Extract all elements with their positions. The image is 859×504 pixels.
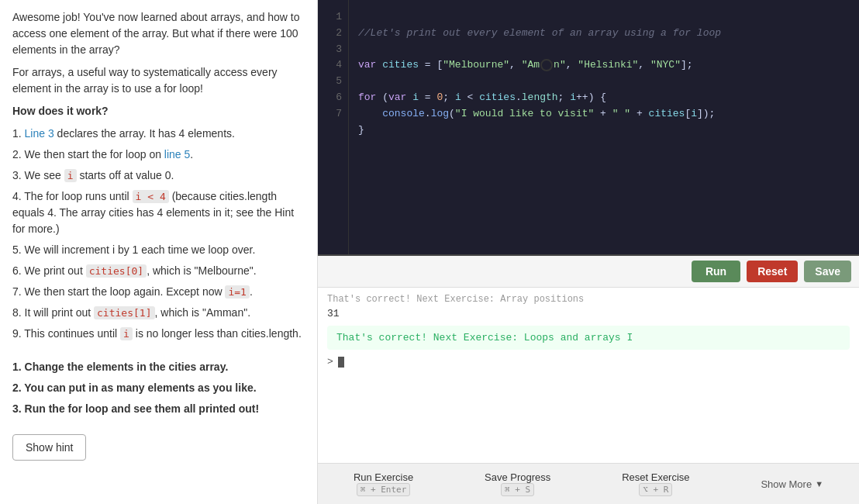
console-area: That's correct! Next Exercise: Array pos…	[318, 287, 859, 463]
code-i-final: i	[120, 327, 133, 340]
bottom-section: That's correct! Next Exercise: Array pos…	[318, 287, 859, 504]
step-num: 1.	[12, 127, 25, 140]
show-more-button[interactable]: Show More ▼	[751, 475, 833, 493]
save-progress-shortcut: ⌘ + S	[501, 483, 534, 496]
save-progress-label: Save Progress	[485, 471, 550, 483]
list-item: 3. We see i starts off at value 0.	[12, 167, 305, 184]
bold-step2: 2. You can put in as many elements as yo…	[12, 381, 257, 394]
run-exercise-item[interactable]: Run Exercise ⌘ + Enter	[344, 468, 423, 499]
action-bar-left: Run Exercise ⌘ + Enter Save Progress ⌘ +…	[318, 468, 859, 499]
bold-steps-list: 1. Change the elements in the cities arr…	[12, 359, 305, 417]
step-after: .	[250, 285, 253, 298]
run-button[interactable]: Run	[692, 261, 740, 282]
step-num: 6. We print out	[12, 264, 86, 277]
cursor-indicator	[540, 59, 553, 71]
code-cities0: cities[0]	[86, 264, 147, 278]
show-hint-button[interactable]: Show hint	[12, 434, 86, 461]
step-num: 4. The for loop runs until	[12, 190, 133, 202]
list-item: 4. The for loop runs until i < 4 (becaus…	[12, 188, 305, 237]
step-after: is no longer less than cities.length.	[133, 327, 302, 340]
reset-exercise-item[interactable]: Reset Exercise ⌥ + R	[612, 468, 699, 499]
code-editor[interactable]: 1 2 3 4 5 6 7 //Let's print out every el…	[318, 0, 859, 256]
left-panel: Awesome job! You've now learned about ar…	[0, 0, 318, 504]
step-num: 9. This continues until	[12, 327, 120, 340]
list-item: 9. This continues until i is no longer l…	[12, 326, 305, 342]
bold-item: 1. Change the elements in the cities arr…	[12, 359, 305, 375]
code-i1: i=1	[225, 285, 249, 299]
right-panel: 1 2 3 4 5 6 7 //Let's print out every el…	[318, 0, 859, 504]
reset-exercise-label: Reset Exercise	[622, 471, 689, 483]
list-item: 2. We then start the for loop on line 5.	[12, 147, 305, 163]
bold-item: 3. Run the for loop and see them all pri…	[12, 401, 305, 417]
list-item: 8. It will print out cities[1], which is…	[12, 305, 305, 321]
step-num: 7. We then start the loop again. Except …	[12, 285, 225, 298]
run-exercise-label: Run Exercise	[354, 471, 413, 483]
line3-link[interactable]: Line 3	[25, 127, 54, 140]
save-progress-item[interactable]: Save Progress ⌘ + S	[475, 468, 560, 499]
console-prev-message: That's correct! Next Exercise: Array pos…	[327, 294, 850, 305]
list-item: 5. We will increment i by 1 each time we…	[12, 242, 305, 258]
code-content[interactable]: //Let's print out every element of an ar…	[349, 0, 859, 254]
console-success-message: That's correct! Next Exercise: Loops and…	[327, 326, 850, 350]
list-item: 1. Line 3 declares the array. It has 4 e…	[12, 126, 305, 142]
save-button[interactable]: Save	[804, 261, 851, 282]
line5-link[interactable]: line 5	[164, 148, 190, 161]
step-text: 5. We will increment i by 1 each time we…	[12, 243, 255, 256]
code-condition: i < 4	[133, 190, 169, 203]
step-num: 3. We see	[12, 169, 64, 181]
show-more-label: Show More	[761, 478, 812, 490]
run-exercise-shortcut: ⌘ + Enter	[357, 483, 411, 496]
intro-text: Awesome job! You've now learned about ar…	[12, 9, 305, 58]
prompt-symbol: >	[327, 356, 333, 368]
console-cursor	[338, 357, 344, 368]
action-bar: Run Exercise ⌘ + Enter Save Progress ⌘ +…	[318, 463, 859, 504]
reset-button[interactable]: Reset	[747, 261, 798, 282]
code-cities1: cities[1]	[94, 306, 154, 319]
list-item: 7. We then start the loop again. Except …	[12, 284, 305, 300]
bold-item: 2. You can put in as many elements as yo…	[12, 380, 305, 396]
toolbar-row: Run Reset Save	[318, 256, 859, 287]
step-after: , which is "Melbourne".	[147, 264, 256, 277]
how-heading: How does it work?	[12, 103, 305, 119]
step-after: , which is "Amman".	[155, 306, 251, 319]
list-item: 6. We print out cities[0], which is "Mel…	[12, 263, 305, 279]
console-number: 31	[327, 308, 850, 319]
bold-step3: 3. Run the for loop and see them all pri…	[12, 402, 259, 415]
bold-step1: 1. Change the elements in the cities arr…	[12, 361, 228, 373]
step-num: 2. We then start the for loop on	[12, 148, 164, 161]
reset-exercise-shortcut: ⌥ + R	[639, 483, 672, 496]
console-prompt: >	[327, 356, 850, 368]
chevron-down-icon: ▼	[815, 479, 823, 488]
step-text: declares the array. It has 4 elements.	[54, 127, 235, 140]
code-i: i	[64, 169, 77, 182]
para2-text: For arrays, a useful way to systematical…	[12, 64, 305, 97]
line-numbers: 1 2 3 4 5 6 7	[318, 0, 349, 254]
steps-list: 1. Line 3 declares the array. It has 4 e…	[12, 126, 305, 342]
step-num: 8. It will print out	[12, 306, 94, 319]
step-after: .	[190, 148, 193, 161]
step-after: starts off at value 0.	[77, 169, 174, 181]
